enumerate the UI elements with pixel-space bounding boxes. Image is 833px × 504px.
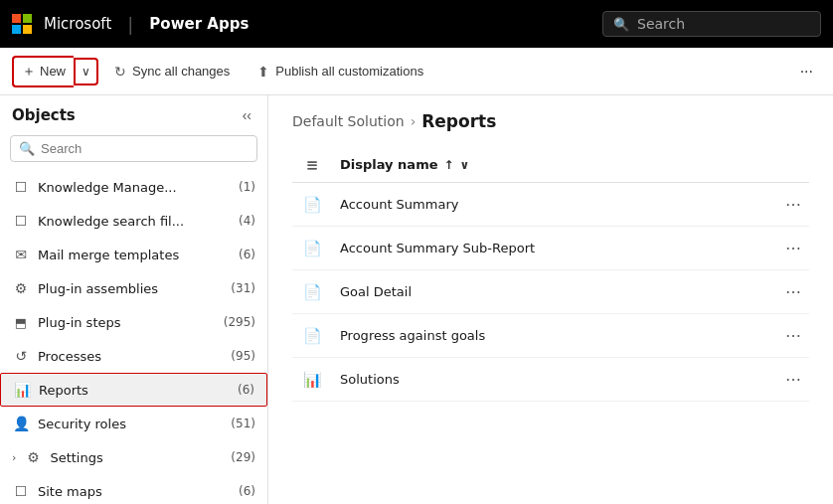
sidebar: Objects ‹‹ 🔍 ☐ Knowledge Manage... (1) ☐… xyxy=(0,95,268,504)
display-name-label: Display name xyxy=(340,157,438,172)
sidebar-item-count: (6) xyxy=(239,484,255,498)
settings-icon: ⚙ xyxy=(24,448,42,466)
reports-icon: 📊 xyxy=(13,381,31,399)
row-actions-cell: ⋯ xyxy=(773,270,809,314)
row-type-icon: 📄 xyxy=(292,314,332,358)
sidebar-item-security-roles[interactable]: 👤 Security roles (51) xyxy=(0,407,267,440)
top-nav: Microsoft | Power Apps 🔍 Search xyxy=(0,0,833,48)
toolbar-more-button[interactable]: ··· xyxy=(792,58,821,85)
row-name: Account Summary xyxy=(332,183,773,227)
sidebar-item-label: Mail merge templates xyxy=(38,248,229,262)
row-more-button[interactable]: ⋯ xyxy=(781,237,805,259)
app-name-label: Power Apps xyxy=(149,15,249,33)
plugin-steps-icon: ⬒ xyxy=(12,313,30,331)
breadcrumb-separator: › xyxy=(411,113,416,129)
table-header-actions-col xyxy=(773,147,809,183)
sidebar-item-label: Plug-in steps xyxy=(38,315,214,330)
table-header-name-col[interactable]: Display name ↑ ∨ xyxy=(332,147,773,183)
sidebar-item-plugin-assemblies[interactable]: ⚙ Plug-in assemblies (31) xyxy=(0,271,267,305)
sidebar-search-box[interactable]: 🔍 xyxy=(10,135,257,162)
sidebar-item-count: (6) xyxy=(239,248,255,261)
sidebar-collapse-button[interactable]: ‹‹ xyxy=(239,105,255,125)
table-row[interactable]: 📄 Account Summary Sub-Report ⋯ xyxy=(292,227,809,270)
sidebar-item-mail-merge[interactable]: ✉ Mail merge templates (6) xyxy=(0,238,267,271)
new-label: New xyxy=(40,64,66,79)
sidebar-item-label: Site maps xyxy=(38,484,229,499)
sidebar-search-icon: 🔍 xyxy=(19,141,35,156)
sidebar-item-label: Processes xyxy=(38,349,221,364)
plugin-assemblies-icon: ⚙ xyxy=(12,279,30,297)
row-type-icon: 📄 xyxy=(292,270,332,314)
global-search-box[interactable]: 🔍 Search xyxy=(602,11,821,37)
row-actions-cell: ⋯ xyxy=(773,358,809,402)
sidebar-item-knowledge-manage[interactable]: ☐ Knowledge Manage... (1) xyxy=(0,170,267,204)
knowledge-manage-icon: ☐ xyxy=(12,178,30,196)
row-more-button[interactable]: ⋯ xyxy=(781,324,805,347)
sidebar-items-list: ☐ Knowledge Manage... (1) ☐ Knowledge se… xyxy=(0,170,267,504)
list-view-icon: ≡ xyxy=(306,156,319,174)
table-row[interactable]: 📊 Solutions ⋯ xyxy=(292,358,809,402)
sidebar-item-label: Plug-in assemblies xyxy=(38,281,221,296)
table-header-row: ≡ Display name ↑ ∨ xyxy=(292,147,809,183)
site-maps-icon: ☐ xyxy=(12,482,30,500)
row-more-button[interactable]: ⋯ xyxy=(781,193,805,216)
row-name: Progress against goals xyxy=(332,314,773,358)
sidebar-item-label: Settings xyxy=(50,450,221,465)
sidebar-item-label: Knowledge Manage... xyxy=(38,180,229,195)
sidebar-item-count: (31) xyxy=(231,281,255,295)
sidebar-item-count: (1) xyxy=(239,180,255,194)
global-search-icon: 🔍 xyxy=(613,17,629,32)
publish-icon: ⬆ xyxy=(257,64,269,80)
sidebar-item-label: Knowledge search fil... xyxy=(38,214,229,229)
chevron-down-icon: ∨ xyxy=(82,65,90,79)
breadcrumb-parent[interactable]: Default Solution xyxy=(292,113,405,129)
sidebar-item-reports[interactable]: 📊 Reports (6) xyxy=(0,373,267,407)
sidebar-item-count: (295) xyxy=(224,315,255,329)
microsoft-logo xyxy=(12,14,32,34)
new-plus-icon: ＋ xyxy=(22,63,36,81)
sort-asc-icon: ↑ xyxy=(444,158,454,172)
breadcrumb: Default Solution › Reports xyxy=(292,111,809,131)
row-type-icon: 📄 xyxy=(292,227,332,270)
sync-all-button[interactable]: ↻ Sync all changes xyxy=(102,59,242,84)
brand-label: Microsoft xyxy=(44,15,111,33)
sidebar-item-settings[interactable]: › ⚙ Settings (29) xyxy=(0,440,267,474)
sidebar-item-plugin-steps[interactable]: ⬒ Plug-in steps (295) xyxy=(0,305,267,339)
row-actions-cell: ⋯ xyxy=(773,183,809,227)
table-row[interactable]: 📄 Progress against goals ⋯ xyxy=(292,314,809,358)
sidebar-search-input[interactable] xyxy=(41,141,249,156)
sidebar-item-knowledge-search[interactable]: ☐ Knowledge search fil... (4) xyxy=(0,204,267,238)
table-header-icon-col: ≡ xyxy=(292,147,332,183)
nav-divider: | xyxy=(127,14,133,35)
sidebar-item-count: (6) xyxy=(238,383,254,397)
sidebar-title: Objects xyxy=(12,106,76,124)
settings-expand-icon: › xyxy=(12,451,16,464)
row-type-icon: 📊 xyxy=(292,358,332,402)
sidebar-item-count: (95) xyxy=(231,349,255,363)
publish-label: Publish all customizations xyxy=(275,64,423,79)
sidebar-item-count: (29) xyxy=(231,450,255,464)
table-row[interactable]: 📄 Goal Detail ⋯ xyxy=(292,270,809,314)
row-actions-cell: ⋯ xyxy=(773,227,809,270)
processes-icon: ↺ xyxy=(12,347,30,365)
row-actions-cell: ⋯ xyxy=(773,314,809,358)
toolbar: ＋ New ∨ ↻ Sync all changes ⬆ Publish all… xyxy=(0,48,833,95)
new-dropdown-button[interactable]: ∨ xyxy=(74,58,98,85)
table-row[interactable]: 📄 Account Summary ⋯ xyxy=(292,183,809,227)
row-more-button[interactable]: ⋯ xyxy=(781,368,805,391)
publish-all-button[interactable]: ⬆ Publish all customizations xyxy=(246,59,435,84)
main-content: Default Solution › Reports ≡ Display nam… xyxy=(268,95,833,504)
sidebar-item-processes[interactable]: ↺ Processes (95) xyxy=(0,339,267,373)
new-button[interactable]: ＋ New xyxy=(12,56,74,87)
global-search-placeholder: Search xyxy=(637,16,685,32)
reports-table: ≡ Display name ↑ ∨ 📄 Account Summary xyxy=(292,147,809,402)
sync-icon: ↻ xyxy=(114,64,126,80)
row-more-button[interactable]: ⋯ xyxy=(781,280,805,303)
sidebar-item-label: Reports xyxy=(39,383,228,398)
row-name: Solutions xyxy=(332,358,773,402)
security-roles-icon: 👤 xyxy=(12,415,30,432)
sidebar-item-site-maps[interactable]: ☐ Site maps (6) xyxy=(0,474,267,504)
breadcrumb-current: Reports xyxy=(421,111,496,131)
row-type-icon: 📄 xyxy=(292,183,332,227)
sort-dropdown-icon[interactable]: ∨ xyxy=(460,158,470,172)
